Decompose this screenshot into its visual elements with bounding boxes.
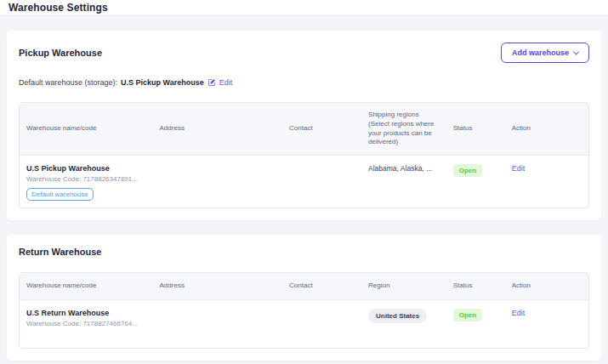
- status-badge: Open: [453, 309, 482, 321]
- cell-address: [153, 300, 283, 348]
- column-header-warehouse-name: Warehouse name/code: [20, 273, 153, 299]
- top-bar: Warehouse Settings: [0, 0, 608, 16]
- warehouse-name: U.S Pickup Warehouse: [26, 164, 146, 173]
- pickup-table-header-row: Warehouse name/code Address Contact Ship…: [20, 103, 588, 155]
- edit-square-icon: [207, 78, 216, 87]
- default-warehouse-value: U.S Pickup Warehouse: [121, 78, 204, 87]
- column-header-action: Action: [505, 117, 588, 141]
- cell-warehouse-name-code: U.S Return Warehouse Warehouse Code: 717…: [20, 300, 153, 348]
- add-warehouse-button[interactable]: Add warehouse: [501, 43, 589, 63]
- column-header-address: Address: [153, 273, 283, 299]
- cell-region: United States: [361, 300, 446, 348]
- default-warehouse-line: Default warehouse (storage): U.S Pickup …: [19, 78, 589, 87]
- pickup-warehouse-card: Pickup Warehouse Add warehouse Default w…: [7, 31, 601, 220]
- warehouse-code: Warehouse Code: 7178827466764...: [26, 320, 146, 327]
- warehouse-code: Warehouse Code: 7178826347891...: [26, 175, 146, 183]
- return-card-header: Return Warehouse: [19, 247, 589, 257]
- cell-contact: [282, 156, 361, 208]
- column-header-region: Region: [361, 273, 446, 299]
- pickup-section-title: Pickup Warehouse: [19, 48, 102, 58]
- cell-address: [153, 156, 283, 208]
- add-warehouse-button-label: Add warehouse: [512, 48, 569, 57]
- pickup-warehouse-table: Warehouse name/code Address Contact Ship…: [19, 102, 589, 208]
- default-warehouse-label: Default warehouse (storage):: [19, 78, 117, 87]
- default-warehouse-badge: Default warehouse: [26, 188, 94, 201]
- cell-action: Edit: [505, 156, 588, 208]
- chevron-down-icon: [573, 48, 579, 54]
- table-row: U.S Pickup Warehouse Warehouse Code: 717…: [20, 155, 588, 208]
- cell-action: Edit: [505, 300, 588, 348]
- pickup-row-edit-link[interactable]: Edit: [512, 164, 526, 173]
- region-pill: United States: [368, 309, 427, 323]
- return-warehouse-table: Warehouse name/code Address Contact Regi…: [19, 272, 589, 349]
- column-header-warehouse-name: Warehouse name/code: [20, 117, 153, 141]
- return-table-header-row: Warehouse name/code Address Contact Regi…: [20, 273, 588, 299]
- column-header-status: Status: [446, 273, 505, 299]
- return-section-title: Return Warehouse: [19, 247, 101, 257]
- table-row: U.S Return Warehouse Warehouse Code: 717…: [20, 299, 588, 348]
- return-warehouse-card: Return Warehouse Warehouse name/code Add…: [7, 235, 601, 361]
- pickup-card-header: Pickup Warehouse Add warehouse: [19, 43, 589, 63]
- cell-warehouse-name-code: U.S Pickup Warehouse Warehouse Code: 717…: [20, 156, 153, 208]
- column-header-address: Address: [153, 117, 283, 141]
- column-header-shipping-regions: Shipping regions (Select regions where y…: [361, 103, 446, 155]
- cell-status: Open: [446, 300, 505, 348]
- return-row-edit-link[interactable]: Edit: [512, 309, 526, 317]
- cell-shipping-regions: Alabama, Alaska, ...: [361, 156, 446, 208]
- page-title: Warehouse Settings: [9, 2, 108, 14]
- column-header-status: Status: [446, 117, 505, 141]
- cell-contact: [282, 300, 361, 348]
- main-content: Pickup Warehouse Add warehouse Default w…: [0, 16, 608, 364]
- column-header-action: Action: [505, 273, 588, 299]
- warehouse-name: U.S Return Warehouse: [26, 309, 146, 317]
- column-header-contact: Contact: [282, 273, 361, 299]
- column-header-contact: Contact: [282, 117, 361, 141]
- cell-status: Open: [446, 156, 505, 208]
- status-badge: Open: [453, 164, 482, 177]
- default-warehouse-edit-link[interactable]: Edit: [219, 78, 233, 87]
